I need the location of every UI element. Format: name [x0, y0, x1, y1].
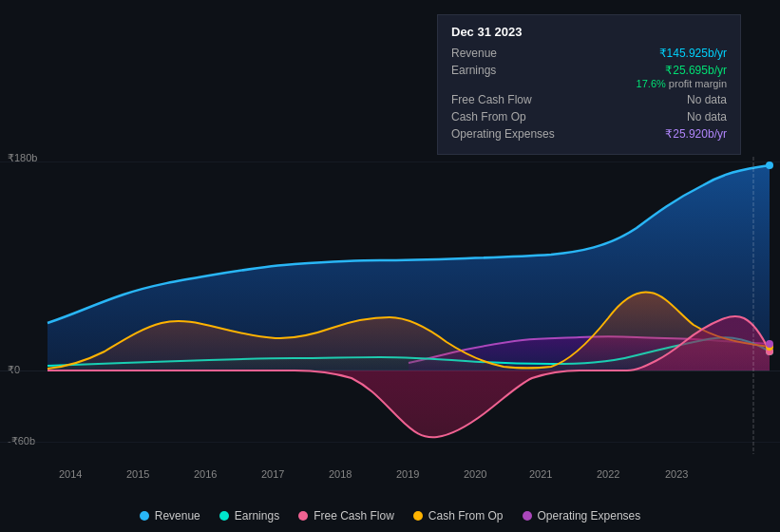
legend-earnings-label: Earnings	[235, 509, 279, 522]
chart-container: Dec 31 2023 Revenue ₹145.925b/yr Earning…	[0, 0, 780, 532]
tooltip-fcf-row: Free Cash Flow No data	[451, 93, 727, 106]
tooltip-cashop-row: Cash From Op No data	[451, 110, 727, 124]
legend-opex-label: Operating Expenses	[538, 509, 641, 522]
legend-earnings-dot	[219, 511, 229, 521]
revenue-dot	[766, 162, 773, 169]
legend-revenue-dot	[140, 511, 149, 521]
tooltip-revenue-value: ₹145.925b/yr	[659, 47, 727, 60]
tooltip-revenue-label: Revenue	[451, 47, 497, 60]
legend-earnings[interactable]: Earnings	[219, 509, 279, 522]
tooltip-earnings-label: Earnings	[451, 64, 496, 77]
tooltip: Dec 31 2023 Revenue ₹145.925b/yr Earning…	[437, 14, 741, 155]
tooltip-earnings-row: Earnings ₹25.695b/yr	[451, 64, 727, 77]
legend-fcf[interactable]: Free Cash Flow	[298, 509, 394, 522]
tooltip-earnings-value: ₹25.695b/yr	[665, 64, 727, 77]
tooltip-fcf-label: Free Cash Flow	[451, 93, 532, 106]
legend-cashop-label: Cash From Op	[428, 509, 504, 522]
legend-opex-dot	[523, 511, 532, 521]
tooltip-profit-margin: 17.6% profit margin	[451, 78, 727, 89]
tooltip-cashop-value: No data	[687, 110, 727, 124]
tooltip-opex-row: Operating Expenses ₹25.920b/yr	[451, 127, 727, 141]
tooltip-fcf-value: No data	[687, 93, 727, 106]
chart-legend: Revenue Earnings Free Cash Flow Cash Fro…	[0, 509, 780, 522]
tooltip-revenue-row: Revenue ₹145.925b/yr	[451, 47, 727, 60]
legend-opex[interactable]: Operating Expenses	[523, 509, 641, 522]
legend-cashop[interactable]: Cash From Op	[413, 509, 504, 522]
opex-dot	[766, 340, 773, 348]
legend-revenue[interactable]: Revenue	[140, 509, 200, 522]
tooltip-opex-label: Operating Expenses	[451, 127, 555, 141]
legend-fcf-label: Free Cash Flow	[314, 509, 394, 522]
tooltip-opex-value: ₹25.920b/yr	[665, 127, 727, 141]
legend-revenue-label: Revenue	[155, 509, 200, 522]
legend-fcf-dot	[298, 511, 308, 521]
tooltip-cashop-label: Cash From Op	[451, 110, 526, 124]
tooltip-date: Dec 31 2023	[451, 25, 727, 39]
legend-cashop-dot	[413, 511, 423, 521]
